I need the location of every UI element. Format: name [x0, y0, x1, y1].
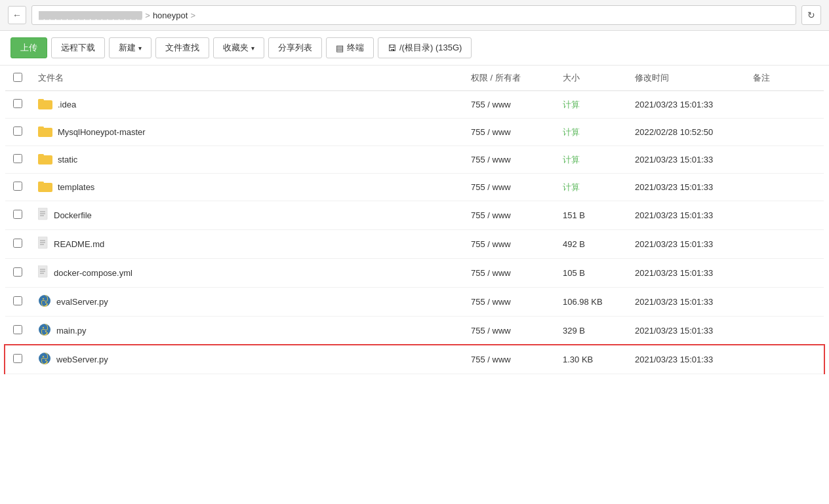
permissions-cell: 755 / www — [463, 119, 555, 146]
new-arrow-icon: ▾ — [138, 45, 142, 52]
svg-rect-0 — [38, 100, 52, 109]
size-cell: 329 B — [555, 317, 627, 345]
row-checkbox[interactable] — [13, 182, 22, 191]
modified-cell: 2021/03/23 15:01:33 — [627, 259, 745, 288]
table-container: 文件名 权限 / 所有者 大小 修改时间 备注 .idea755 / www计算… — [0, 66, 829, 374]
permissions-cell: 755 / www — [463, 230, 555, 259]
permissions-cell: 755 / www — [463, 317, 555, 345]
python-icon — [38, 352, 51, 367]
notes-cell — [745, 259, 824, 288]
terminal-label: 终端 — [347, 42, 364, 54]
file-name-text: docker-compose.yml — [54, 268, 132, 278]
file-name-text: main.py — [56, 326, 87, 336]
table-row[interactable]: templates755 / www计算2021/03/23 15:01:33 — [5, 174, 824, 201]
upload-button[interactable]: 上传 — [10, 37, 47, 58]
permissions-cell: 755 / www — [463, 201, 555, 230]
folder-icon — [38, 125, 52, 139]
size-cell: 计算 — [555, 146, 627, 174]
path-bar: ██████████████████ > honeypot > — [31, 5, 796, 25]
new-label: 新建 — [119, 42, 136, 54]
python-icon — [38, 323, 51, 338]
modified-cell: 2021/03/23 15:01:33 — [627, 230, 745, 259]
svg-point-27 — [43, 356, 44, 357]
share-list-button[interactable]: 分享列表 — [268, 37, 322, 58]
table-row[interactable]: webServer.py755 / www1.30 KB2021/03/23 1… — [5, 345, 824, 374]
refresh-button[interactable]: ↻ — [801, 5, 821, 25]
folder-icon — [38, 98, 52, 111]
row-checkbox[interactable] — [13, 296, 22, 305]
row-checkbox[interactable] — [13, 354, 22, 363]
modified-cell: 2021/03/23 15:01:33 — [627, 317, 745, 345]
notes-cell — [745, 91, 824, 119]
svg-rect-2 — [38, 128, 52, 137]
table-row[interactable]: main.py755 / www329 B2021/03/23 15:01:33 — [5, 317, 824, 345]
header-notes: 备注 — [745, 66, 824, 91]
permissions-cell: 755 / www — [463, 345, 555, 374]
favorites-arrow-icon: ▾ — [251, 45, 254, 52]
svg-rect-4 — [38, 155, 52, 165]
header-checkbox-cell — [5, 66, 30, 91]
file-table: 文件名 权限 / 所有者 大小 修改时间 备注 .idea755 / www计算… — [5, 66, 824, 374]
folder-icon — [38, 153, 52, 166]
row-checkbox[interactable] — [13, 210, 22, 219]
row-checkbox[interactable] — [13, 154, 22, 163]
table-row[interactable]: .idea755 / www计算2021/03/23 15:01:33 — [5, 91, 824, 119]
modified-cell: 2021/03/23 15:01:33 — [627, 201, 745, 230]
row-checkbox[interactable] — [13, 99, 22, 108]
table-row[interactable]: docker-compose.yml755 / www105 B2021/03/… — [5, 259, 824, 288]
permissions-cell: 755 / www — [463, 91, 555, 119]
path-honeypot: honeypot — [153, 10, 188, 20]
permissions-cell: 755 / www — [463, 288, 555, 317]
permissions-cell: 755 / www — [463, 259, 555, 288]
modified-cell: 2021/03/23 15:01:33 — [627, 91, 745, 119]
terminal-button[interactable]: ▤ 终端 — [326, 37, 374, 58]
svg-rect-5 — [38, 154, 44, 157]
row-checkbox[interactable] — [13, 239, 22, 248]
row-checkbox[interactable] — [13, 126, 22, 136]
size-cell: 1.30 KB — [555, 345, 627, 374]
row-checkbox[interactable] — [13, 267, 22, 277]
size-cell: 492 B — [555, 230, 627, 259]
file-name-text: .idea — [58, 100, 76, 109]
table-row[interactable]: static755 / www计算2021/03/23 15:01:33 — [5, 146, 824, 174]
svg-rect-3 — [38, 126, 44, 129]
permissions-cell: 755 / www — [463, 146, 555, 174]
notes-cell — [745, 288, 824, 317]
svg-point-22 — [45, 302, 47, 303]
row-checkbox[interactable] — [13, 325, 22, 334]
svg-point-21 — [43, 298, 44, 300]
size-cell: 计算 — [555, 119, 627, 146]
table-row[interactable]: README.md755 / www492 B2021/03/23 15:01:… — [5, 230, 824, 259]
size-cell: 计算 — [555, 174, 627, 201]
header-size: 大小 — [555, 66, 627, 91]
modified-cell: 2022/02/28 10:52:50 — [627, 119, 745, 146]
notes-cell — [745, 345, 824, 374]
table-row[interactable]: Dockerfile755 / www151 B2021/03/23 15:01… — [5, 201, 824, 230]
svg-rect-6 — [38, 183, 52, 192]
size-cell: 151 B — [555, 201, 627, 230]
svg-point-25 — [45, 331, 47, 332]
select-all-checkbox[interactable] — [13, 73, 22, 82]
new-button[interactable]: 新建 ▾ — [109, 37, 152, 58]
file-name-text: static — [58, 155, 77, 165]
table-row[interactable]: evalServer.py755 / www106.98 KB2021/03/2… — [5, 288, 824, 317]
file-name-text: templates — [58, 182, 94, 192]
favorites-button[interactable]: 收藏夹 ▾ — [213, 37, 264, 58]
notes-cell — [745, 119, 824, 146]
file-search-button[interactable]: 文件查找 — [155, 37, 209, 58]
table-row[interactable]: MysqlHoneypot-master755 / www计算2022/02/2… — [5, 119, 824, 146]
modified-cell: 2021/03/23 15:01:33 — [627, 345, 745, 374]
disk-button[interactable]: 🖫 /(根目录) (135G) — [378, 37, 472, 58]
favorites-label: 收藏夹 — [223, 42, 249, 54]
svg-rect-1 — [38, 99, 44, 102]
back-button[interactable]: ← — [8, 6, 26, 24]
file-name-text: MysqlHoneypot-master — [58, 127, 146, 137]
remote-download-button[interactable]: 远程下载 — [51, 37, 105, 58]
modified-cell: 2021/03/23 15:01:33 — [627, 288, 745, 317]
notes-cell — [745, 174, 824, 201]
modified-cell: 2021/03/23 15:01:33 — [627, 174, 745, 201]
file-name-text: Dockerfile — [54, 210, 92, 220]
path-separator2: > — [190, 10, 195, 20]
notes-cell — [745, 146, 824, 174]
path-blur: ██████████████████ — [39, 11, 142, 19]
